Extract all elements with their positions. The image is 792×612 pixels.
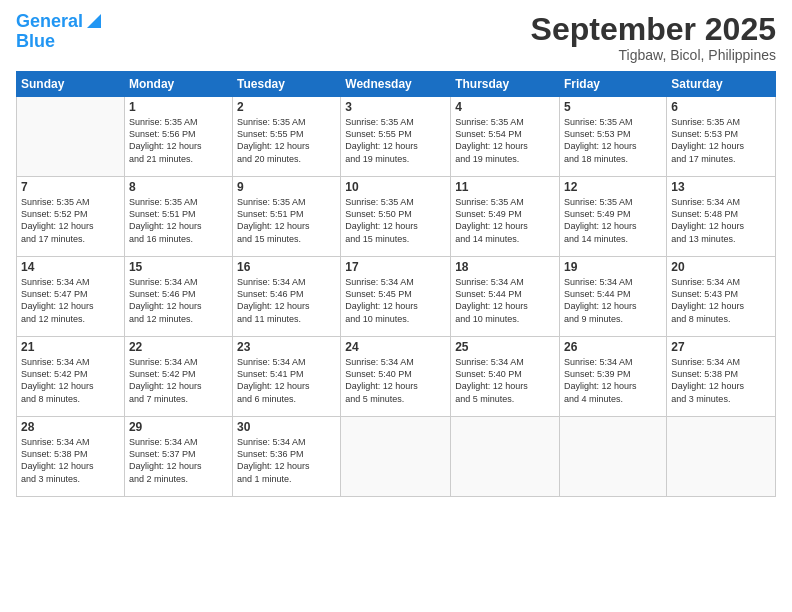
weekday-header-sunday: Sunday bbox=[17, 72, 125, 97]
calendar-week-row: 1Sunrise: 5:35 AM Sunset: 5:56 PM Daylig… bbox=[17, 97, 776, 177]
logo-blue: Blue bbox=[16, 32, 55, 52]
calendar-cell: 22Sunrise: 5:34 AM Sunset: 5:42 PM Dayli… bbox=[124, 337, 232, 417]
day-info: Sunrise: 5:34 AM Sunset: 5:46 PM Dayligh… bbox=[237, 276, 336, 325]
calendar-cell: 12Sunrise: 5:35 AM Sunset: 5:49 PM Dayli… bbox=[560, 177, 667, 257]
day-info: Sunrise: 5:34 AM Sunset: 5:42 PM Dayligh… bbox=[21, 356, 120, 405]
calendar-cell: 9Sunrise: 5:35 AM Sunset: 5:51 PM Daylig… bbox=[233, 177, 341, 257]
day-number: 23 bbox=[237, 340, 336, 354]
day-info: Sunrise: 5:34 AM Sunset: 5:47 PM Dayligh… bbox=[21, 276, 120, 325]
day-number: 27 bbox=[671, 340, 771, 354]
day-info: Sunrise: 5:34 AM Sunset: 5:45 PM Dayligh… bbox=[345, 276, 446, 325]
day-info: Sunrise: 5:34 AM Sunset: 5:37 PM Dayligh… bbox=[129, 436, 228, 485]
calendar-cell: 10Sunrise: 5:35 AM Sunset: 5:50 PM Dayli… bbox=[341, 177, 451, 257]
day-number: 22 bbox=[129, 340, 228, 354]
day-number: 5 bbox=[564, 100, 662, 114]
month-title: September 2025 bbox=[531, 12, 776, 47]
day-number: 17 bbox=[345, 260, 446, 274]
day-number: 29 bbox=[129, 420, 228, 434]
calendar-cell: 11Sunrise: 5:35 AM Sunset: 5:49 PM Dayli… bbox=[451, 177, 560, 257]
day-number: 24 bbox=[345, 340, 446, 354]
day-info: Sunrise: 5:35 AM Sunset: 5:51 PM Dayligh… bbox=[129, 196, 228, 245]
day-number: 4 bbox=[455, 100, 555, 114]
day-number: 20 bbox=[671, 260, 771, 274]
day-info: Sunrise: 5:34 AM Sunset: 5:48 PM Dayligh… bbox=[671, 196, 771, 245]
day-info: Sunrise: 5:34 AM Sunset: 5:42 PM Dayligh… bbox=[129, 356, 228, 405]
day-number: 16 bbox=[237, 260, 336, 274]
weekday-header-row: SundayMondayTuesdayWednesdayThursdayFrid… bbox=[17, 72, 776, 97]
day-info: Sunrise: 5:35 AM Sunset: 5:56 PM Dayligh… bbox=[129, 116, 228, 165]
day-info: Sunrise: 5:35 AM Sunset: 5:55 PM Dayligh… bbox=[237, 116, 336, 165]
calendar-cell: 19Sunrise: 5:34 AM Sunset: 5:44 PM Dayli… bbox=[560, 257, 667, 337]
calendar-cell: 8Sunrise: 5:35 AM Sunset: 5:51 PM Daylig… bbox=[124, 177, 232, 257]
calendar-cell: 21Sunrise: 5:34 AM Sunset: 5:42 PM Dayli… bbox=[17, 337, 125, 417]
page-header: General Blue September 2025 Tigbaw, Bico… bbox=[16, 12, 776, 63]
logo-triangle-icon bbox=[85, 12, 103, 30]
location-subtitle: Tigbaw, Bicol, Philippines bbox=[531, 47, 776, 63]
day-number: 10 bbox=[345, 180, 446, 194]
day-number: 3 bbox=[345, 100, 446, 114]
weekday-header-saturday: Saturday bbox=[667, 72, 776, 97]
calendar-cell: 1Sunrise: 5:35 AM Sunset: 5:56 PM Daylig… bbox=[124, 97, 232, 177]
day-info: Sunrise: 5:35 AM Sunset: 5:50 PM Dayligh… bbox=[345, 196, 446, 245]
day-number: 26 bbox=[564, 340, 662, 354]
calendar-cell: 2Sunrise: 5:35 AM Sunset: 5:55 PM Daylig… bbox=[233, 97, 341, 177]
calendar-cell: 7Sunrise: 5:35 AM Sunset: 5:52 PM Daylig… bbox=[17, 177, 125, 257]
svg-marker-0 bbox=[87, 14, 101, 28]
title-block: September 2025 Tigbaw, Bicol, Philippine… bbox=[531, 12, 776, 63]
calendar-table: SundayMondayTuesdayWednesdayThursdayFrid… bbox=[16, 71, 776, 497]
day-info: Sunrise: 5:35 AM Sunset: 5:53 PM Dayligh… bbox=[671, 116, 771, 165]
day-info: Sunrise: 5:34 AM Sunset: 5:38 PM Dayligh… bbox=[671, 356, 771, 405]
day-number: 30 bbox=[237, 420, 336, 434]
day-number: 6 bbox=[671, 100, 771, 114]
day-number: 21 bbox=[21, 340, 120, 354]
day-number: 1 bbox=[129, 100, 228, 114]
day-info: Sunrise: 5:34 AM Sunset: 5:40 PM Dayligh… bbox=[345, 356, 446, 405]
calendar-cell: 13Sunrise: 5:34 AM Sunset: 5:48 PM Dayli… bbox=[667, 177, 776, 257]
day-info: Sunrise: 5:34 AM Sunset: 5:38 PM Dayligh… bbox=[21, 436, 120, 485]
calendar-cell bbox=[451, 417, 560, 497]
day-info: Sunrise: 5:34 AM Sunset: 5:44 PM Dayligh… bbox=[564, 276, 662, 325]
day-info: Sunrise: 5:34 AM Sunset: 5:43 PM Dayligh… bbox=[671, 276, 771, 325]
calendar-cell: 30Sunrise: 5:34 AM Sunset: 5:36 PM Dayli… bbox=[233, 417, 341, 497]
day-number: 14 bbox=[21, 260, 120, 274]
day-number: 12 bbox=[564, 180, 662, 194]
day-info: Sunrise: 5:34 AM Sunset: 5:39 PM Dayligh… bbox=[564, 356, 662, 405]
day-info: Sunrise: 5:35 AM Sunset: 5:52 PM Dayligh… bbox=[21, 196, 120, 245]
day-number: 25 bbox=[455, 340, 555, 354]
day-number: 15 bbox=[129, 260, 228, 274]
day-number: 7 bbox=[21, 180, 120, 194]
weekday-header-friday: Friday bbox=[560, 72, 667, 97]
calendar-cell: 20Sunrise: 5:34 AM Sunset: 5:43 PM Dayli… bbox=[667, 257, 776, 337]
calendar-cell: 5Sunrise: 5:35 AM Sunset: 5:53 PM Daylig… bbox=[560, 97, 667, 177]
calendar-cell: 28Sunrise: 5:34 AM Sunset: 5:38 PM Dayli… bbox=[17, 417, 125, 497]
logo: General Blue bbox=[16, 12, 103, 52]
day-info: Sunrise: 5:35 AM Sunset: 5:49 PM Dayligh… bbox=[564, 196, 662, 245]
calendar-cell bbox=[560, 417, 667, 497]
calendar-cell: 15Sunrise: 5:34 AM Sunset: 5:46 PM Dayli… bbox=[124, 257, 232, 337]
calendar-cell: 26Sunrise: 5:34 AM Sunset: 5:39 PM Dayli… bbox=[560, 337, 667, 417]
day-number: 28 bbox=[21, 420, 120, 434]
day-info: Sunrise: 5:35 AM Sunset: 5:54 PM Dayligh… bbox=[455, 116, 555, 165]
day-info: Sunrise: 5:34 AM Sunset: 5:41 PM Dayligh… bbox=[237, 356, 336, 405]
day-number: 9 bbox=[237, 180, 336, 194]
day-info: Sunrise: 5:34 AM Sunset: 5:46 PM Dayligh… bbox=[129, 276, 228, 325]
calendar-cell: 4Sunrise: 5:35 AM Sunset: 5:54 PM Daylig… bbox=[451, 97, 560, 177]
calendar-cell bbox=[667, 417, 776, 497]
logo-general: General bbox=[16, 12, 83, 32]
day-info: Sunrise: 5:34 AM Sunset: 5:36 PM Dayligh… bbox=[237, 436, 336, 485]
day-number: 18 bbox=[455, 260, 555, 274]
calendar-page: General Blue September 2025 Tigbaw, Bico… bbox=[0, 0, 792, 612]
weekday-header-tuesday: Tuesday bbox=[233, 72, 341, 97]
calendar-cell: 3Sunrise: 5:35 AM Sunset: 5:55 PM Daylig… bbox=[341, 97, 451, 177]
day-number: 13 bbox=[671, 180, 771, 194]
weekday-header-monday: Monday bbox=[124, 72, 232, 97]
calendar-cell: 18Sunrise: 5:34 AM Sunset: 5:44 PM Dayli… bbox=[451, 257, 560, 337]
day-info: Sunrise: 5:34 AM Sunset: 5:40 PM Dayligh… bbox=[455, 356, 555, 405]
day-number: 8 bbox=[129, 180, 228, 194]
calendar-cell: 25Sunrise: 5:34 AM Sunset: 5:40 PM Dayli… bbox=[451, 337, 560, 417]
calendar-week-row: 7Sunrise: 5:35 AM Sunset: 5:52 PM Daylig… bbox=[17, 177, 776, 257]
calendar-cell: 17Sunrise: 5:34 AM Sunset: 5:45 PM Dayli… bbox=[341, 257, 451, 337]
calendar-cell: 16Sunrise: 5:34 AM Sunset: 5:46 PM Dayli… bbox=[233, 257, 341, 337]
calendar-cell: 27Sunrise: 5:34 AM Sunset: 5:38 PM Dayli… bbox=[667, 337, 776, 417]
calendar-cell: 14Sunrise: 5:34 AM Sunset: 5:47 PM Dayli… bbox=[17, 257, 125, 337]
